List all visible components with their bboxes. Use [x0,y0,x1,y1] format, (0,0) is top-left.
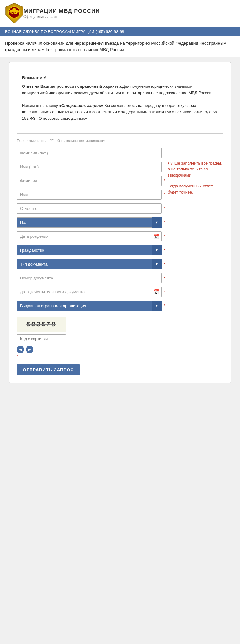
site-subtitle: Официальный сайт [23,15,100,19]
captcha-controls: ◄ ► [17,346,162,353]
doc-validity-wrapper: 📅 [17,287,162,297]
site-header: МВД МИГРАЦИИ МВД РОССИИ Официальный сайт [0,0,240,27]
field-gender: Пол Мужской Женский ▾ * [17,217,162,228]
captcha-code: 593578 [26,321,56,328]
captcha-prev-button[interactable]: ◄ [17,346,24,353]
topbar: ВОЧНАЯ СЛУЖБА ПО ВОПРОСАМ МИГРАЦИИ (495)… [0,27,240,36]
form-card: Внимание! Ответ на Ваш запрос носит спра… [9,62,231,383]
consent-prefix: Нажимая на кнопку [22,103,59,108]
warning-title: Внимание! [22,75,218,80]
captcha-next-button[interactable]: ► [26,346,33,353]
hint-line2: Тогда полученный ответ будет точнее. [168,183,223,195]
doc-type-select-wrapper: Тип документа ▾ [17,259,162,269]
field-doc-validity: 📅 * [17,287,162,297]
citizenship-select[interactable]: Гражданство [17,245,162,255]
gender-select-wrapper: Пол Мужской Женский ▾ [17,217,162,228]
birth-date-input[interactable] [17,231,162,241]
main-content: Внимание! Ответ на Ваш запрос носит спра… [0,57,240,388]
doc-number-input[interactable] [17,273,162,283]
site-logo: МВД [5,2,23,24]
field-middle-name: * [17,203,162,214]
field-first-name-lat [17,162,162,172]
site-title: МИГРАЦИИ МВД РОССИИ [23,8,100,15]
required-star-doc-number: * [164,276,165,280]
gender-select[interactable]: Пол Мужской Женский [17,217,162,228]
birth-date-wrapper: 📅 [17,231,162,241]
required-star-citizenship: * [164,248,165,253]
form-fields: * * * Пол Мужской [17,148,162,375]
required-star-middle-name: * [164,206,165,211]
issuing-country-select-wrapper: Выдавшая страна или организация ▾ [17,301,162,311]
required-note: Поля, отмеченные "*"; обязательны для за… [17,139,223,143]
first-name-lat-input[interactable] [17,162,162,172]
topbar-text: ВОЧНАЯ СЛУЖБА ПО ВОПРОСАМ МИГРАЦИИ (495)… [5,29,124,34]
captcha-required-mark: * [17,354,162,358]
required-star-doc-validity: * [164,290,165,294]
field-first-name: * [17,190,162,200]
page-title: Проверка наличия оснований для неразреше… [5,40,235,53]
submit-area: ОТПРАВИТЬ ЗАПРОС [17,364,162,375]
required-star-doc-type: * [164,262,165,266]
required-star-gender: * [164,220,165,225]
page-title-area: Проверка наличия оснований для неразреше… [0,36,240,57]
captcha-image: 593578 [17,317,66,332]
warning-text: Ответ на Ваш запрос носит справочный хар… [22,83,218,122]
middle-name-input[interactable] [17,203,162,214]
doc-type-select[interactable]: Тип документа [17,259,162,269]
citizenship-select-wrapper: Гражданство ▾ [17,245,162,255]
consent-button-label: «Отправить запрос» [59,103,103,108]
field-doc-type: Тип документа ▾ * [17,259,162,269]
field-last-name-lat [17,148,162,158]
warning-bold: Ответ на Ваш запрос носит справочный хар… [22,84,122,89]
field-citizenship: Гражданство ▾ * [17,245,162,255]
field-birth-date: 📅 * [17,231,162,241]
last-name-lat-input[interactable] [17,148,162,158]
form-hint: Лучше заполнить все графы, а не только т… [168,148,223,375]
warning-box: Внимание! Ответ на Ваш запрос носит спра… [17,70,223,127]
issuing-country-select[interactable]: Выдавшая страна или организация [17,301,162,311]
form-body: * * * Пол Мужской [17,148,223,375]
captcha-section: 593578 ◄ ► * [17,317,162,358]
required-star-issuing-country: * [164,303,165,308]
doc-validity-input[interactable] [17,287,162,297]
divider [17,133,223,134]
field-last-name: * [17,176,162,186]
first-name-input[interactable] [17,190,162,200]
field-doc-number: * [17,273,162,283]
submit-button[interactable]: ОТПРАВИТЬ ЗАПРОС [17,364,80,375]
captcha-input[interactable] [17,334,66,343]
required-star-last-name: * [164,178,165,183]
field-issuing-country: Выдавшая страна или организация ▾ * [17,301,162,311]
hint-line1: Лучше заполнить все графы, а не только т… [168,160,223,178]
last-name-input[interactable] [17,176,162,186]
required-star-birth-date: * [164,234,165,239]
required-star-first-name: * [164,192,165,197]
